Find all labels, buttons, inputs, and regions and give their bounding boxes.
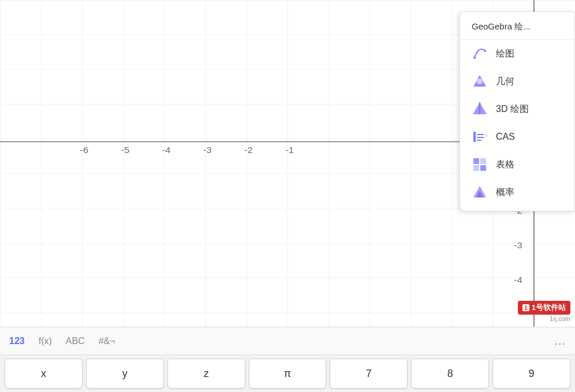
watermark-number: 1 [522, 304, 529, 311]
dropdown-item-table-label: 表格 [496, 159, 514, 171]
cas-icon: = [472, 129, 488, 145]
key-pi[interactable]: π [249, 359, 327, 389]
dropdown-item-prob-label: 概率 [496, 186, 514, 199]
tab-special[interactable]: #&¬ [99, 334, 115, 349]
dropdown-panel: GeoGebra 绘... 绘图 几何 [460, 12, 575, 211]
dropdown-item-draw[interactable]: 绘图 [460, 40, 574, 68]
key-9[interactable]: 9 [492, 359, 570, 389]
dropdown-header: GeoGebra 绘... [460, 17, 574, 40]
svg-rect-30 [473, 158, 479, 164]
graph-area: -6 -5 -4 -3 -2 -1 0 1 2 3 -1 -2 -3 -4 Ge… [0, 0, 575, 327]
dropdown-item-prob[interactable]: 概率 [460, 178, 574, 206]
svg-text:-4: -4 [514, 275, 522, 285]
tab-123[interactable]: 123 [9, 334, 25, 349]
svg-point-19 [484, 50, 486, 52]
geo-icon [472, 73, 488, 89]
svg-point-21 [477, 79, 483, 84]
dropdown-item-3d[interactable]: 3D 绘图 [460, 95, 574, 123]
svg-text:-5: -5 [121, 146, 130, 155]
svg-text:=: = [485, 133, 487, 138]
dropdown-item-draw-label: 绘图 [496, 48, 514, 60]
watermark-text: 1号软件站 [532, 303, 566, 313]
dropdown-item-cas-label: CAS [496, 132, 515, 142]
dropdown-item-geo-label: 几何 [496, 76, 514, 88]
svg-text:-3: -3 [203, 146, 212, 155]
svg-point-18 [473, 57, 476, 59]
svg-text:-2: -2 [244, 146, 253, 155]
keyboard-area: 123 f(x) ABC #&¬ ... x y z π 7 8 9 [0, 327, 575, 392]
svg-rect-33 [480, 165, 486, 171]
draw-icon [472, 46, 488, 62]
watermark-url: 1rj.com [518, 315, 570, 322]
tab-fx[interactable]: f(x) [39, 334, 52, 349]
key-8[interactable]: 8 [411, 359, 489, 389]
svg-rect-32 [473, 165, 479, 171]
dropdown-item-cas[interactable]: = CAS [460, 123, 574, 151]
svg-rect-31 [480, 158, 486, 164]
tab-abc[interactable]: ABC [66, 334, 85, 349]
key-7[interactable]: 7 [330, 359, 408, 389]
svg-text:-1: -1 [285, 146, 294, 155]
key-x[interactable]: x [5, 359, 83, 389]
table-icon [472, 156, 488, 173]
svg-text:-6: -6 [80, 146, 88, 155]
prob-icon [472, 184, 488, 200]
dropdown-item-geo[interactable]: 几何 [460, 68, 574, 95]
dropdown-item-table[interactable]: 表格 [460, 151, 574, 178]
watermark: 1 1号软件站 1rj.com [518, 301, 570, 322]
svg-text:-3: -3 [514, 241, 522, 250]
dropdown-item-3d-label: 3D 绘图 [496, 103, 529, 115]
svg-rect-25 [473, 132, 476, 142]
tab-more[interactable]: ... [554, 334, 566, 348]
keyboard-row: x y z π 7 8 9 [0, 355, 575, 392]
key-z[interactable]: z [167, 359, 245, 389]
svg-text:-4: -4 [162, 146, 171, 155]
3d-icon [472, 101, 488, 117]
key-y[interactable]: y [86, 359, 164, 389]
keyboard-tabs: 123 f(x) ABC #&¬ ... [0, 327, 575, 355]
